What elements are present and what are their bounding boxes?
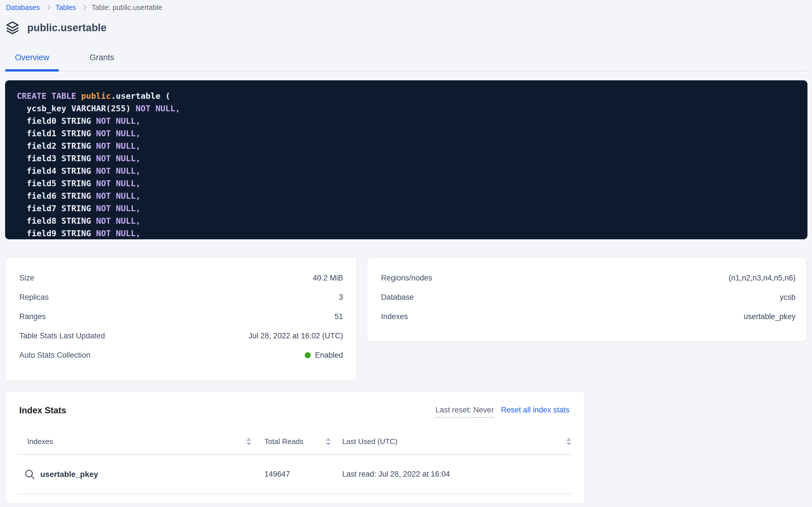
status-enabled-dot-icon: [305, 352, 311, 358]
stat-label: Table Stats Last Updated: [19, 332, 105, 340]
sql-table-name: .usertable (: [111, 91, 171, 101]
stat-value: 40.2 MiB: [313, 274, 343, 282]
stat-label: Ranges: [19, 312, 46, 321]
sql-column-def: field5 STRING: [27, 179, 96, 188]
table-details-card: Size 40.2 MiB Replicas 3 Ranges 51 Table…: [5, 258, 357, 381]
sql-column-def: field0 STRING: [27, 116, 96, 126]
sort-icon[interactable]: [326, 438, 331, 446]
sql-column-def: field3 STRING: [27, 154, 96, 163]
tab-bar: Overview Grants: [5, 53, 124, 62]
column-header-last-used[interactable]: Last Used (UTC): [336, 437, 571, 446]
column-header-indexes[interactable]: Indexes: [27, 437, 251, 446]
total-reads-value: 149647: [264, 470, 290, 478]
tab-grants[interactable]: Grants: [80, 53, 124, 62]
table-location-card: Regions/nodes (n1,n2,n3,n4,n5,n6) Databa…: [367, 258, 807, 341]
stat-row-replicas: Replicas 3: [5, 288, 357, 307]
stat-row-auto-stats: Auto Stats Collection Enabled: [5, 345, 357, 365]
stat-value: Jul 28, 2022 at 16:02 (UTC): [249, 332, 343, 340]
sql-line: field6 STRING NOT NULL,: [17, 190, 807, 202]
sql-keyword: CREATE TABLE: [17, 91, 81, 101]
stat-value: (n1,n2,n3,n4,n5,n6): [729, 274, 796, 282]
sql-line: field2 STRING NOT NULL,: [17, 140, 807, 152]
table-stack-icon: [5, 20, 20, 35]
status-value: Enabled: [305, 351, 343, 360]
table-detail-page: Databases Tables Table: public.usertable…: [0, 0, 812, 507]
page-title: public.usertable: [27, 22, 106, 34]
sql-keyword: NOT NULL,: [96, 179, 140, 188]
sql-keyword: NOT NULL,: [96, 229, 140, 238]
sort-icon[interactable]: [246, 438, 251, 446]
sql-line: field3 STRING NOT NULL,: [17, 152, 807, 165]
stat-label: Database: [381, 293, 414, 302]
stat-value: ycsb: [779, 293, 796, 302]
tab-overview[interactable]: Overview: [5, 53, 59, 62]
sql-column-def: ycsb_key VARCHAR(255): [27, 104, 136, 113]
sql-line: field1 STRING NOT NULL,: [17, 127, 807, 140]
stat-row-indexes: Indexes usertable_pkey: [367, 307, 806, 326]
index-stats-table-row[interactable]: usertable_pkey 149647 Last read: Jul 28,…: [17, 455, 571, 494]
sql-keyword: NOT NULL,: [96, 154, 140, 163]
sql-line: field5 STRING NOT NULL,: [17, 177, 807, 190]
index-stats-actions: Last reset: Never Reset all index stats: [436, 406, 569, 417]
total-reads-cell: 149647: [251, 470, 336, 478]
index-stats-card: Index Stats Last reset: Never Reset all …: [5, 391, 584, 504]
stat-value: usertable_pkey: [744, 312, 796, 321]
sort-icon[interactable]: [566, 438, 571, 446]
sql-keyword: NOT NULL,: [96, 129, 140, 138]
sql-line: CREATE TABLE public.usertable (: [17, 90, 807, 102]
breadcrumb-current: Table: public.usertable: [91, 3, 162, 12]
page-header: public.usertable: [5, 20, 106, 35]
breadcrumb-databases[interactable]: Databases: [6, 3, 40, 12]
reset-all-index-stats-link[interactable]: Reset all index stats: [501, 406, 569, 414]
tab-bar-divider: [5, 71, 807, 71]
sql-keyword: NOT NULL,: [96, 166, 140, 176]
stat-value: 51: [334, 312, 343, 321]
sql-column-def: field7 STRING: [27, 204, 96, 213]
sql-keyword: NOT NULL,: [96, 191, 140, 201]
sql-line: field0 STRING NOT NULL,: [17, 115, 807, 127]
sql-column-def: field1 STRING: [27, 129, 96, 138]
stat-label: Indexes: [381, 312, 408, 321]
sql-line: field8 STRING NOT NULL,: [17, 215, 807, 227]
index-name-wrap: usertable_pkey: [27, 468, 98, 480]
sql-column-def: field6 STRING: [27, 191, 96, 201]
column-header-total-reads[interactable]: Total Reads: [251, 437, 336, 446]
stat-label: Auto Stats Collection: [19, 351, 90, 360]
sql-line: ycsb_key VARCHAR(255) NOT NULL,: [17, 102, 807, 115]
chevron-right-icon: [81, 5, 86, 10]
stat-row-ranges: Ranges 51: [5, 307, 357, 326]
last-reset-label: Last reset: Never: [436, 406, 494, 417]
breadcrumb-tables[interactable]: Tables: [56, 3, 76, 12]
last-used-value: Last read: Jul 28, 2022 at 16:04: [342, 470, 450, 478]
sql-keyword: NOT NULL,: [96, 141, 140, 151]
breadcrumb: Databases Tables Table: public.usertable: [6, 2, 162, 12]
search-icon: [24, 468, 36, 480]
sql-keyword: NOT NULL,: [96, 116, 140, 126]
sql-schema-name: public: [81, 91, 111, 101]
sql-line: field9 STRING NOT NULL,: [17, 227, 807, 239]
index-stats-table-header: Indexes Total Reads Last Used (UTC): [17, 429, 571, 455]
stat-row-regions: Regions/nodes (n1,n2,n3,n4,n5,n6): [367, 268, 806, 288]
create-table-sql-block: CREATE TABLE public.usertable ( ycsb_key…: [5, 80, 807, 239]
stat-label: Size: [19, 274, 34, 282]
stat-label: Regions/nodes: [381, 274, 432, 282]
sql-keyword: NOT NULL,: [136, 104, 180, 113]
sql-column-def: field8 STRING: [27, 216, 96, 226]
sql-column-def: field4 STRING: [27, 166, 96, 176]
stat-row-stats-updated: Table Stats Last Updated Jul 28, 2022 at…: [5, 326, 357, 345]
column-label: Total Reads: [264, 437, 303, 446]
stat-row-database: Database ycsb: [367, 288, 806, 307]
column-label: Indexes: [27, 437, 53, 446]
index-name-cell: usertable_pkey: [27, 468, 251, 480]
stat-label: Replicas: [19, 293, 49, 302]
sql-column-def: field9 STRING: [27, 229, 96, 238]
active-tab-underline: [5, 69, 59, 71]
sql-keyword: NOT NULL,: [96, 204, 140, 213]
status-text: Enabled: [315, 351, 343, 360]
column-label: Last Used (UTC): [342, 437, 397, 446]
sql-keyword: NOT NULL,: [96, 216, 140, 226]
sql-line: field7 STRING NOT NULL,: [17, 202, 807, 215]
chevron-right-icon: [45, 5, 50, 10]
stat-row-size: Size 40.2 MiB: [5, 268, 357, 288]
index-name: usertable_pkey: [40, 470, 98, 479]
